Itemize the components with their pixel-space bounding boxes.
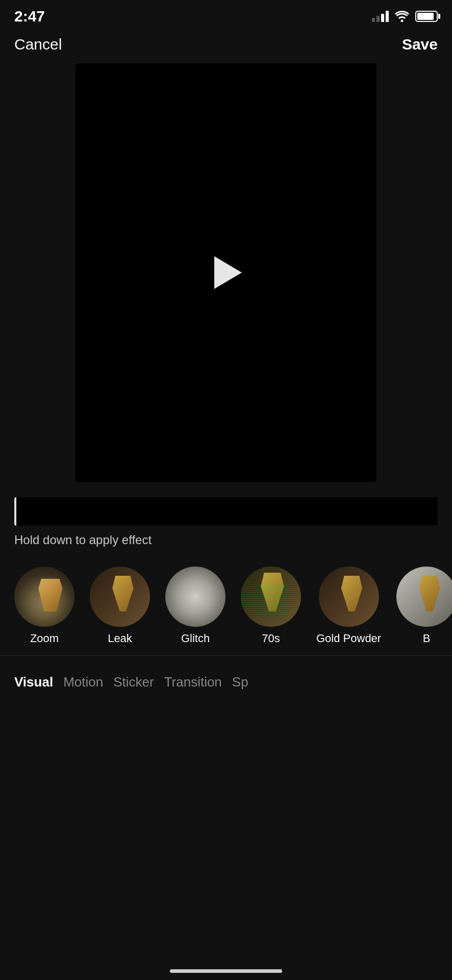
tab-sp[interactable]: Sp: [232, 670, 259, 694]
effect-item-zoom[interactable]: Zoom: [14, 567, 74, 645]
status-icons: [372, 11, 438, 22]
effect-item-partial[interactable]: B: [396, 567, 452, 645]
timeline-section: Hold down to apply effect: [0, 482, 452, 552]
cancel-button[interactable]: Cancel: [14, 36, 62, 53]
tab-visual[interactable]: Visual: [14, 670, 63, 694]
tab-motion[interactable]: Motion: [63, 670, 113, 694]
home-indicator: [170, 969, 282, 973]
effect-item-glitch[interactable]: Glitch: [165, 567, 225, 645]
wifi-icon: [395, 11, 409, 22]
effect-thumb-leak: [90, 567, 150, 627]
effect-label-gold-powder: Gold Powder: [316, 632, 381, 645]
effect-item-70s[interactable]: 70s: [241, 567, 301, 645]
video-player[interactable]: [76, 63, 376, 482]
hold-text: Hold down to apply effect: [14, 533, 438, 547]
effect-thumb-glitch: [165, 567, 225, 627]
effect-thumb-70s: [241, 567, 301, 627]
tab-transition[interactable]: Transition: [164, 670, 232, 694]
effect-label-zoom: Zoom: [30, 632, 59, 645]
effect-item-leak[interactable]: Leak: [90, 567, 150, 645]
play-button[interactable]: [210, 256, 242, 289]
video-container: [0, 63, 452, 482]
battery-icon: [415, 11, 438, 22]
effect-thumb-zoom: [14, 567, 74, 627]
save-button[interactable]: Save: [402, 36, 438, 53]
effect-thumb-gold-powder: [319, 567, 379, 627]
category-tabs: Visual Motion Sticker Transition Sp: [0, 655, 452, 704]
effects-row: Zoom Leak Glitch 70s Gold Powder B: [0, 552, 452, 650]
effect-thumb-partial: [396, 567, 452, 627]
timeline-bar[interactable]: [14, 497, 438, 526]
top-nav: Cancel Save: [0, 31, 452, 63]
effect-label-glitch: Glitch: [181, 632, 210, 645]
status-bar: 2:47: [0, 0, 452, 31]
status-time: 2:47: [14, 8, 45, 25]
effect-label-70s: 70s: [262, 632, 280, 645]
play-icon: [214, 256, 242, 289]
effect-label-partial: B: [423, 632, 431, 645]
effect-item-gold-powder[interactable]: Gold Powder: [316, 567, 381, 645]
effect-label-leak: Leak: [108, 632, 132, 645]
signal-icon: [372, 11, 389, 22]
tab-sticker[interactable]: Sticker: [113, 670, 164, 694]
